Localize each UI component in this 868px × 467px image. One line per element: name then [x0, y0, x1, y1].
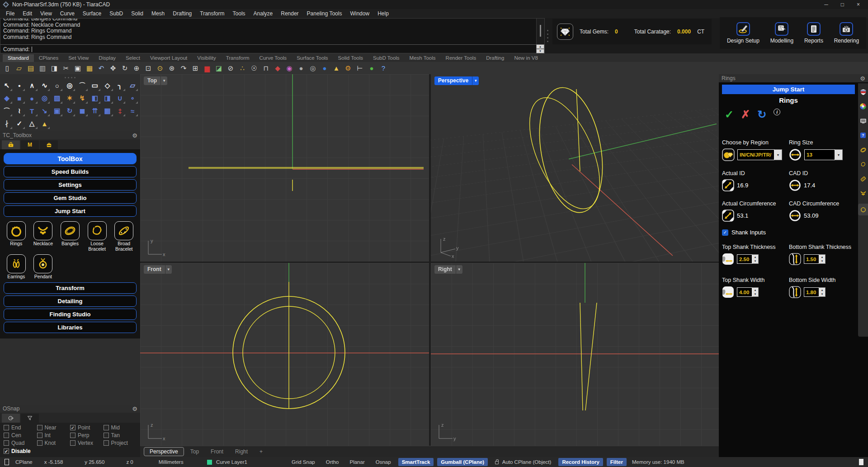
status-toggle[interactable]: Filter [607, 458, 627, 466]
menu-item[interactable]: Help [373, 10, 393, 18]
command-spinner[interactable]: ▲ ▼ [536, 44, 544, 53]
zoom-in-icon[interactable]: ⊕ [131, 63, 142, 73]
command-scroll-up-button[interactable]: ▲ [536, 44, 544, 49]
menu-item[interactable]: Render [277, 10, 302, 18]
shield-icon[interactable]: ◆ [272, 63, 283, 73]
blocks-icon[interactable]: ▣ [51, 105, 63, 117]
handle-curve-icon[interactable]: ≀ [14, 105, 25, 117]
lock-icon[interactable]: ⊓ [260, 63, 271, 73]
monitor-icon[interactable] [859, 117, 867, 125]
shield-icon[interactable] [859, 88, 867, 96]
display-sphere-icon[interactable]: ● [296, 63, 307, 73]
curve-icon[interactable]: ∿ [38, 80, 50, 91]
chevron-down-icon[interactable]: ▼ [456, 265, 462, 274]
viewport-right[interactable]: Right ▼ z y [431, 263, 719, 446]
checkbox[interactable] [70, 440, 75, 446]
toolbar-tab[interactable]: Visibility [192, 54, 221, 62]
osnap-option[interactable]: Knot [37, 440, 71, 446]
bottom-shank-thickness-input[interactable]: 1.50 ▲▼ [804, 254, 826, 264]
osnap-option[interactable]: Int [37, 432, 71, 438]
viewport-right-badge[interactable]: Right ▼ [434, 265, 462, 274]
boolean-union-icon[interactable]: ∪ [114, 92, 126, 104]
analyze-icon[interactable]: ◪ [213, 63, 224, 73]
close-button[interactable]: × [857, 1, 860, 8]
car-icon[interactable]: ▆ [202, 63, 212, 73]
tc-toolbox-button[interactable]: Speed Builds [4, 166, 137, 177]
category-item[interactable]: Necklace [30, 221, 57, 252]
checkbox[interactable] [104, 425, 109, 430]
select-arrow-icon[interactable]: ↖ [1, 80, 13, 91]
tc-toolbox-button[interactable]: Libraries [4, 322, 137, 333]
gear-icon[interactable]: ⚙ [132, 132, 137, 139]
scale-icon[interactable]: ↘ [38, 105, 50, 117]
twist-icon[interactable]: ≈ [127, 105, 138, 117]
toolbar-tab[interactable]: SubD Tools [368, 54, 405, 62]
ring-size-dropdown[interactable]: 13 ▼ [804, 149, 843, 160]
toolbar-tab[interactable]: Viewport Layout [145, 54, 192, 62]
toolbar-tab[interactable]: Render Tools [441, 54, 481, 62]
spinner[interactable]: ▲▼ [752, 287, 759, 297]
tc-toolbox-button[interactable]: Detailing [4, 295, 137, 307]
print-icon[interactable]: ▥ [37, 63, 48, 73]
surface-icon[interactable]: ▱ [127, 80, 138, 91]
chevron-down-icon[interactable]: ▼ [165, 265, 172, 274]
osnap-option[interactable]: Cen [4, 432, 37, 438]
trim-icon[interactable]: ◧ [89, 92, 101, 104]
checkbox[interactable] [4, 425, 9, 430]
osnap-option[interactable]: Mid [104, 424, 137, 431]
rotate-icon[interactable]: ↻ [64, 105, 75, 117]
extrude-flash-icon[interactable]: ↯ [76, 92, 88, 104]
material-sphere-icon[interactable]: ● [366, 63, 377, 73]
circle-icon[interactable]: ○ [51, 80, 63, 91]
viewport-front-badge[interactable]: Front ▼ [144, 265, 172, 274]
menu-item[interactable]: Transform [196, 10, 228, 18]
toolbar-tab[interactable]: Mesh Tools [405, 54, 441, 62]
menu-item[interactable]: Paneling Tools [303, 10, 346, 18]
comb-bracelet-icon[interactable] [859, 175, 867, 183]
maximize-button[interactable]: □ [841, 1, 844, 8]
tc-toolbox-button[interactable]: ToolBox [4, 153, 137, 164]
checkbox[interactable]: ✓ [722, 229, 728, 236]
tc-toolbox-button[interactable]: Transform [4, 282, 137, 294]
osnap-option[interactable]: Project [104, 440, 137, 446]
top-shank-thickness-input[interactable]: 2.50 ▲▼ [737, 254, 759, 264]
toolbar-tab[interactable]: Select [121, 54, 145, 62]
region-dropdown[interactable]: IN/CN/JP/TR/ ▼ [737, 149, 782, 160]
panel-toggle-icon[interactable] [859, 459, 863, 465]
tab-case[interactable] [40, 140, 58, 149]
help-icon[interactable] [859, 131, 867, 139]
command-area[interactable]: Command: Bangles CommandCommand: Necklac… [0, 18, 545, 53]
menu-item[interactable]: Tools [229, 10, 250, 18]
tab-osnap[interactable] [2, 414, 20, 423]
command-scroll-down-button[interactable]: ▼ [536, 49, 544, 53]
menu-item[interactable]: View [36, 10, 56, 18]
viewport-front[interactable]: Front ▼ z x [140, 263, 429, 446]
viewport-perspective[interactable]: Perspective ▼ z y x [431, 74, 719, 262]
toolbar-tab[interactable]: Curve Tools [255, 54, 292, 62]
toolbar-tab[interactable]: Transform [221, 54, 255, 62]
loose-bracelet-icon[interactable] [859, 160, 867, 168]
osnap-option[interactable]: Vertex [70, 440, 104, 446]
chevron-down-icon[interactable]: ▼ [774, 149, 782, 160]
copy-icon[interactable]: ▣ [72, 63, 83, 73]
status-toggle[interactable]: Grid Snap [288, 458, 319, 466]
mode-button[interactable]: Design Setup [727, 22, 760, 44]
primitives-icon[interactable]: △ [26, 118, 38, 129]
mode-button[interactable]: Reports [804, 22, 823, 44]
viewport-tab[interactable]: Front [205, 448, 229, 456]
menu-item[interactable]: Window [346, 10, 373, 18]
menu-item[interactable]: Drafting [169, 10, 196, 18]
hierarchy-icon[interactable]: ⊢ [354, 63, 365, 73]
settings-gear-icon[interactable]: ⚙ [343, 63, 354, 73]
viewport-tab[interactable]: Perspective [144, 447, 184, 456]
command-scrollbar[interactable] [536, 19, 544, 44]
osnap-option[interactable]: End [4, 424, 37, 431]
pan-icon[interactable]: ✥ [108, 63, 118, 73]
osnap-option[interactable]: Tan [104, 432, 137, 438]
tc-toolbox-button[interactable]: Gem Studio [4, 192, 137, 204]
help-icon[interactable]: ? [378, 63, 389, 73]
solid-box-icon[interactable]: ◼ [76, 105, 88, 117]
redo-view-icon[interactable]: ↷ [178, 63, 189, 73]
checkbox[interactable] [4, 448, 9, 454]
render-sphere-icon[interactable]: ● [319, 63, 330, 73]
